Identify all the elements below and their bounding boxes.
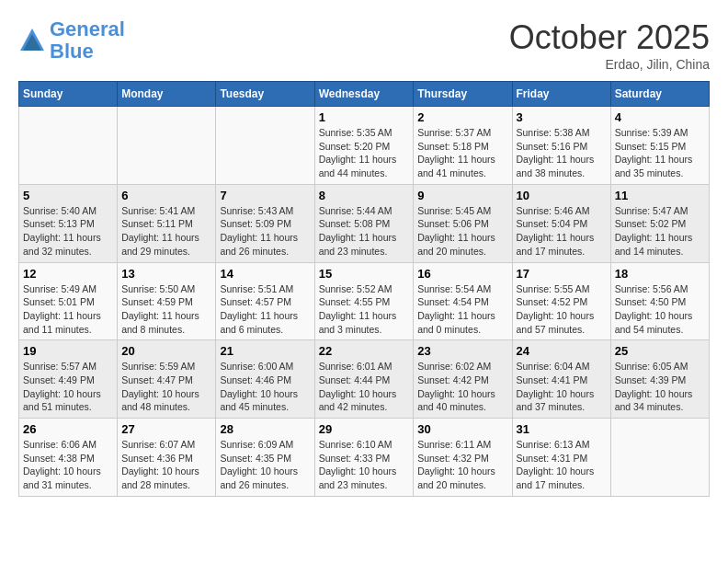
day-info: Sunrise: 5:44 AM Sunset: 5:08 PM Dayligh…	[319, 204, 410, 259]
header-monday: Monday	[118, 82, 216, 107]
calendar-week-5: 26Sunrise: 6:06 AM Sunset: 4:38 PM Dayli…	[19, 419, 710, 497]
calendar-cell: 8Sunrise: 5:44 AM Sunset: 5:08 PM Daylig…	[314, 184, 414, 262]
calendar-cell	[610, 419, 709, 497]
calendar-cell: 29Sunrise: 6:10 AM Sunset: 4:33 PM Dayli…	[314, 419, 414, 497]
calendar-cell: 3Sunrise: 5:38 AM Sunset: 5:16 PM Daylig…	[512, 107, 610, 185]
calendar-cell: 30Sunrise: 6:11 AM Sunset: 4:32 PM Dayli…	[414, 419, 512, 497]
day-info: Sunrise: 5:59 AM Sunset: 4:47 PM Dayligh…	[121, 360, 211, 414]
day-number: 30	[417, 422, 507, 436]
calendar-cell: 18Sunrise: 5:56 AM Sunset: 4:50 PM Dayli…	[610, 262, 709, 340]
logo-general: General	[50, 17, 125, 40]
day-number: 6	[121, 189, 211, 202]
day-info: Sunrise: 5:46 AM Sunset: 5:04 PM Dayligh…	[517, 204, 607, 259]
calendar-week-1: 1Sunrise: 5:35 AM Sunset: 5:20 PM Daylig…	[19, 107, 710, 185]
calendar-cell: 1Sunrise: 5:35 AM Sunset: 5:20 PM Daylig…	[314, 107, 414, 185]
header-sunday: Sunday	[19, 82, 118, 107]
day-number: 3	[517, 110, 607, 124]
calendar-cell: 7Sunrise: 5:43 AM Sunset: 5:09 PM Daylig…	[216, 184, 314, 262]
calendar-cell: 31Sunrise: 6:13 AM Sunset: 4:31 PM Dayli…	[512, 419, 610, 497]
calendar-cell: 24Sunrise: 6:04 AM Sunset: 4:41 PM Dayli…	[512, 340, 610, 419]
calendar-cell: 11Sunrise: 5:47 AM Sunset: 5:02 PM Dayli…	[610, 184, 709, 262]
day-info: Sunrise: 6:10 AM Sunset: 4:33 PM Dayligh…	[319, 438, 410, 492]
day-info: Sunrise: 6:13 AM Sunset: 4:31 PM Dayligh…	[517, 438, 607, 492]
day-number: 22	[319, 344, 410, 358]
day-number: 28	[220, 422, 310, 436]
calendar-cell	[118, 107, 216, 185]
day-info: Sunrise: 5:43 AM Sunset: 5:09 PM Dayligh…	[220, 204, 310, 259]
logo-blue: Blue	[50, 40, 94, 63]
day-number: 11	[615, 189, 705, 202]
calendar-cell	[19, 107, 118, 185]
day-info: Sunrise: 6:02 AM Sunset: 4:42 PM Dayligh…	[417, 360, 507, 414]
day-number: 12	[23, 267, 113, 281]
header-friday: Friday	[512, 82, 610, 107]
day-info: Sunrise: 5:52 AM Sunset: 4:55 PM Dayligh…	[319, 282, 410, 337]
calendar-cell: 26Sunrise: 6:06 AM Sunset: 4:38 PM Dayli…	[19, 419, 118, 497]
calendar-cell: 20Sunrise: 5:59 AM Sunset: 4:47 PM Dayli…	[118, 340, 216, 419]
day-number: 14	[220, 267, 310, 281]
calendar-cell: 10Sunrise: 5:46 AM Sunset: 5:04 PM Dayli…	[512, 184, 610, 262]
day-number: 5	[23, 189, 113, 202]
day-info: Sunrise: 5:39 AM Sunset: 5:15 PM Dayligh…	[615, 126, 705, 180]
day-number: 4	[615, 110, 705, 124]
calendar-week-4: 19Sunrise: 5:57 AM Sunset: 4:49 PM Dayli…	[19, 340, 710, 419]
day-number: 27	[121, 422, 211, 436]
calendar-header-row: SundayMondayTuesdayWednesdayThursdayFrid…	[19, 82, 710, 107]
location: Erdao, Jilin, China	[509, 57, 710, 72]
calendar-table: SundayMondayTuesdayWednesdayThursdayFrid…	[18, 81, 710, 497]
day-number: 15	[319, 267, 410, 281]
calendar-week-2: 5Sunrise: 5:40 AM Sunset: 5:13 PM Daylig…	[19, 184, 710, 262]
day-number: 21	[220, 344, 310, 358]
calendar-cell	[216, 107, 314, 185]
day-number: 31	[517, 422, 607, 436]
header-tuesday: Tuesday	[216, 82, 314, 107]
calendar-cell: 28Sunrise: 6:09 AM Sunset: 4:35 PM Dayli…	[216, 419, 314, 497]
day-info: Sunrise: 6:01 AM Sunset: 4:44 PM Dayligh…	[319, 360, 410, 414]
calendar-cell: 27Sunrise: 6:07 AM Sunset: 4:36 PM Dayli…	[118, 419, 216, 497]
header-saturday: Saturday	[610, 82, 709, 107]
day-number: 9	[417, 189, 507, 202]
calendar-cell: 16Sunrise: 5:54 AM Sunset: 4:54 PM Dayli…	[414, 262, 512, 340]
calendar-cell: 5Sunrise: 5:40 AM Sunset: 5:13 PM Daylig…	[19, 184, 118, 262]
day-number: 26	[23, 422, 113, 436]
header-wednesday: Wednesday	[314, 82, 414, 107]
day-info: Sunrise: 5:50 AM Sunset: 4:59 PM Dayligh…	[121, 282, 211, 337]
calendar-cell: 4Sunrise: 5:39 AM Sunset: 5:15 PM Daylig…	[610, 107, 709, 185]
day-number: 19	[23, 344, 113, 358]
day-number: 8	[319, 189, 410, 202]
day-info: Sunrise: 6:04 AM Sunset: 4:41 PM Dayligh…	[517, 360, 607, 414]
header-thursday: Thursday	[414, 82, 512, 107]
calendar-cell: 19Sunrise: 5:57 AM Sunset: 4:49 PM Dayli…	[19, 340, 118, 419]
calendar-cell: 15Sunrise: 5:52 AM Sunset: 4:55 PM Dayli…	[314, 262, 414, 340]
day-number: 29	[319, 422, 410, 436]
logo-text: General Blue	[50, 18, 125, 63]
logo: General Blue	[18, 18, 125, 63]
day-info: Sunrise: 6:06 AM Sunset: 4:38 PM Dayligh…	[23, 438, 113, 492]
day-number: 1	[319, 110, 410, 124]
calendar-cell: 25Sunrise: 6:05 AM Sunset: 4:39 PM Dayli…	[610, 340, 709, 419]
day-info: Sunrise: 5:45 AM Sunset: 5:06 PM Dayligh…	[417, 204, 507, 259]
calendar-cell: 21Sunrise: 6:00 AM Sunset: 4:46 PM Dayli…	[216, 340, 314, 419]
day-info: Sunrise: 5:47 AM Sunset: 5:02 PM Dayligh…	[615, 204, 705, 259]
day-number: 7	[220, 189, 310, 202]
day-number: 16	[417, 267, 507, 281]
day-info: Sunrise: 5:57 AM Sunset: 4:49 PM Dayligh…	[23, 360, 113, 414]
day-number: 13	[121, 267, 211, 281]
month-title: October 2025	[509, 18, 710, 57]
day-info: Sunrise: 6:07 AM Sunset: 4:36 PM Dayligh…	[121, 438, 211, 492]
day-info: Sunrise: 6:05 AM Sunset: 4:39 PM Dayligh…	[615, 360, 705, 414]
day-info: Sunrise: 5:40 AM Sunset: 5:13 PM Dayligh…	[23, 204, 113, 259]
day-info: Sunrise: 5:38 AM Sunset: 5:16 PM Dayligh…	[517, 126, 607, 180]
day-info: Sunrise: 5:54 AM Sunset: 4:54 PM Dayligh…	[417, 282, 507, 337]
title-section: October 2025 Erdao, Jilin, China	[509, 18, 710, 72]
calendar-week-3: 12Sunrise: 5:49 AM Sunset: 5:01 PM Dayli…	[19, 262, 710, 340]
day-number: 23	[417, 344, 507, 358]
day-info: Sunrise: 5:56 AM Sunset: 4:50 PM Dayligh…	[615, 282, 705, 337]
calendar-cell: 6Sunrise: 5:41 AM Sunset: 5:11 PM Daylig…	[118, 184, 216, 262]
day-info: Sunrise: 6:11 AM Sunset: 4:32 PM Dayligh…	[417, 438, 507, 492]
day-number: 18	[615, 267, 705, 281]
page-header: General Blue October 2025 Erdao, Jilin, …	[18, 18, 710, 72]
calendar-cell: 2Sunrise: 5:37 AM Sunset: 5:18 PM Daylig…	[414, 107, 512, 185]
day-number: 10	[517, 189, 607, 202]
day-info: Sunrise: 6:00 AM Sunset: 4:46 PM Dayligh…	[220, 360, 310, 414]
